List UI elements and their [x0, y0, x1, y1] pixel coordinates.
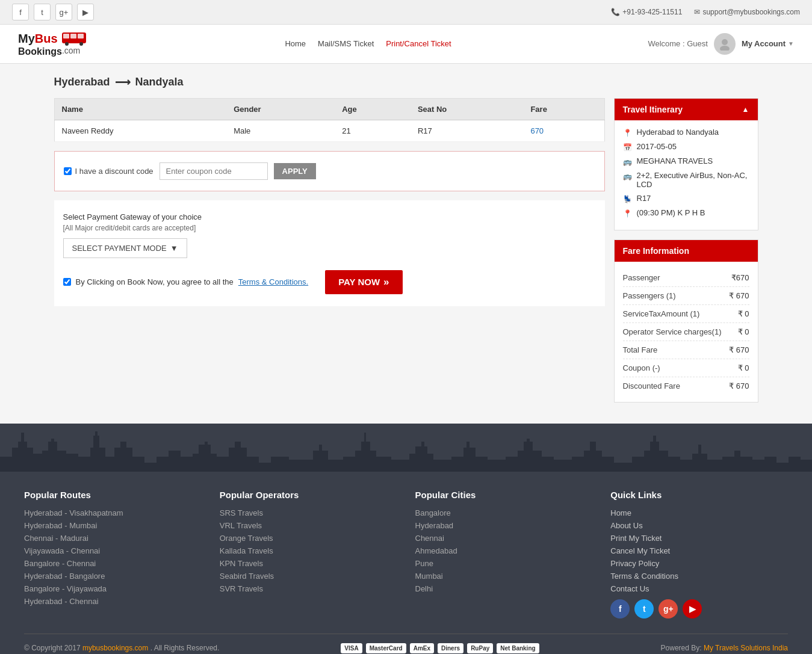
terms-prefix: By Clicking on Book Now, you agree to al…	[76, 277, 234, 286]
travel-itinerary-header[interactable]: Travel Itinerary ▲	[615, 99, 758, 120]
quick-link-home[interactable]: Home	[610, 508, 788, 517]
nav-right: Welcome : Guest My Account ▼	[648, 33, 794, 55]
facebook-icon-top[interactable]: f	[12, 4, 29, 20]
operator-link-5[interactable]: Seabird Travels	[220, 572, 397, 581]
footer-popular-routes: Popular Routes Hyderabad - Visakhapatnam…	[24, 490, 202, 619]
route-breadcrumb: Hyderabad ⟶ Nandyala	[54, 76, 758, 89]
apply-coupon-button[interactable]: APPLY	[274, 163, 316, 179]
nav-links: Home Mail/SMS Ticket Print/Cancel Ticket	[285, 39, 451, 48]
footer-twitter-icon[interactable]: t	[634, 599, 654, 619]
content-left: Name Gender Age Seat No Fare Naveen Redd…	[54, 98, 605, 412]
mastercard-icon: MasterCard	[366, 643, 406, 653]
fare-value-3: ₹ 0	[738, 327, 749, 336]
city-link-3[interactable]: Ahmedabad	[415, 546, 593, 555]
fare-value-5: ₹ 0	[738, 363, 749, 372]
footer-bottom: © Copyright 2017 mybusbookings.com . All…	[24, 634, 788, 653]
passenger-age: 21	[335, 120, 411, 141]
quick-link-privacy[interactable]: Privacy Policy	[610, 559, 788, 568]
route-link-5[interactable]: Hyderabad - Bangalore	[24, 572, 202, 581]
fare-label-6: Discounted Fare	[623, 381, 680, 390]
operator-link-2[interactable]: Orange Travels	[220, 534, 397, 543]
passenger-name: Naveen Reddy	[54, 120, 226, 141]
fare-info-panel: Fare Information Passenger ₹670 Passenge…	[614, 239, 758, 403]
route-arrow-icon: ⟶	[115, 76, 131, 89]
quick-link-contact[interactable]: Contact Us	[610, 584, 788, 593]
route-to: Nandyala	[135, 76, 184, 88]
fare-row-passengers: Passengers (1) ₹ 670	[623, 287, 749, 305]
coupon-input[interactable]	[160, 162, 268, 180]
terms-checkbox[interactable]	[63, 278, 71, 286]
city-link-5[interactable]: Mumbai	[415, 572, 593, 581]
nav-mail-sms[interactable]: Mail/SMS Ticket	[318, 39, 374, 48]
col-age: Age	[335, 98, 411, 120]
site-link[interactable]: mybusbookings.com	[82, 644, 148, 652]
payment-label: Select Payment Gateway of your choice	[63, 212, 596, 221]
passenger-fare: 670	[523, 120, 604, 141]
footer-facebook-icon[interactable]: f	[610, 599, 630, 619]
quick-link-terms[interactable]: Terms & Conditions	[610, 572, 788, 581]
operator-link-0[interactable]: SRS Travels	[220, 508, 397, 517]
operator-link-4[interactable]: KPN Travels	[220, 559, 397, 568]
city-link-4[interactable]: Pune	[415, 559, 593, 568]
route-link-1[interactable]: Hyderabad - Mumbai	[24, 521, 202, 530]
route-link-3[interactable]: Vijayawada - Chennai	[24, 546, 202, 555]
amex-icon: AmEx	[410, 643, 434, 653]
logo-bookings-text: Bookings	[18, 46, 62, 57]
operator-link-3[interactable]: Kallada Travels	[220, 546, 397, 555]
nav-home[interactable]: Home	[285, 39, 306, 48]
terms-link[interactable]: Terms & Conditions.	[238, 277, 308, 286]
pay-now-button[interactable]: PAY NOW »	[325, 270, 402, 294]
footer-cities-title: Popular Cities	[415, 490, 593, 500]
nav-print-cancel[interactable]: Print/Cancel Ticket	[386, 39, 451, 48]
fare-label-5: Coupon (-)	[623, 363, 660, 372]
email-address: ✉ support@mybusbookings.com	[694, 8, 800, 16]
city-link-2[interactable]: Chennai	[415, 534, 593, 543]
payment-section: Select Payment Gateway of your choice [A…	[54, 200, 605, 306]
avatar	[714, 33, 736, 55]
dropdown-arrow-icon: ▼	[788, 40, 794, 47]
location-icon: 📍	[623, 129, 632, 137]
itinerary-date-text: 2017-05-05	[637, 142, 677, 151]
bus-icon: 🚌	[623, 158, 632, 166]
select-payment-mode-button[interactable]: SELECT PAYMENT MODE ▼	[63, 238, 187, 258]
my-account-button[interactable]: My Account ▼	[742, 39, 794, 48]
coupon-label-text: I have a discount code	[75, 167, 153, 176]
fare-value-0: ₹670	[731, 273, 749, 282]
route-link-2[interactable]: Chennai - Madurai	[24, 534, 202, 543]
col-fare: Fare	[523, 98, 604, 120]
footer-youtube-icon[interactable]: ▶	[683, 599, 702, 619]
col-seat: Seat No	[411, 98, 524, 120]
coupon-checkbox[interactable]	[64, 167, 72, 175]
city-link-6[interactable]: Delhi	[415, 584, 593, 593]
quick-link-about[interactable]: About Us	[610, 521, 788, 530]
diners-icon: Diners	[438, 643, 463, 653]
footer-columns: Popular Routes Hyderabad - Visakhapatnam…	[24, 490, 788, 619]
quick-link-print[interactable]: Print My Ticket	[610, 534, 788, 543]
fare-row-operator-charge: Operator Service charges(1) ₹ 0	[623, 323, 749, 341]
footer-googleplus-icon[interactable]: g+	[659, 599, 678, 619]
visa-icon: VISA	[341, 643, 362, 653]
route-link-0[interactable]: Hyderabad - Visakhapatnam	[24, 508, 202, 517]
route-link-7[interactable]: Hyderabad - Chennai	[24, 597, 202, 606]
payment-select-row: SELECT PAYMENT MODE ▼	[63, 238, 596, 258]
twitter-icon-top[interactable]: t	[34, 4, 51, 20]
powered-by-link[interactable]: My Travels Solutions India	[704, 644, 788, 652]
itinerary-operator-text: MEGHANA TRAVELS	[637, 156, 713, 165]
googleplus-icon-top[interactable]: g+	[55, 4, 72, 20]
logo[interactable]: My Bus Bookings .com	[18, 31, 88, 57]
pay-now-label: PAY NOW	[338, 277, 380, 287]
passenger-gender: Male	[226, 120, 335, 141]
operator-link-1[interactable]: VRL Travels	[220, 521, 397, 530]
youtube-icon-top[interactable]: ▶	[77, 4, 94, 20]
quick-link-cancel[interactable]: Cancel My Ticket	[610, 546, 788, 555]
city-link-1[interactable]: Hyderabad	[415, 521, 593, 530]
operator-link-6[interactable]: SVR Travels	[220, 584, 397, 593]
route-link-6[interactable]: Bangalore - Vijayawada	[24, 584, 202, 593]
city-link-0[interactable]: Bangalore	[415, 508, 593, 517]
fare-info-header: Fare Information	[615, 240, 758, 262]
itinerary-collapse-icon[interactable]: ▲	[742, 105, 749, 114]
payment-sublabel: [All Major credit/debit cards are accept…	[63, 224, 596, 232]
svg-rect-3	[78, 34, 84, 39]
route-link-4[interactable]: Bangalore - Chennai	[24, 559, 202, 568]
fare-row-passenger: Passenger ₹670	[623, 269, 749, 287]
